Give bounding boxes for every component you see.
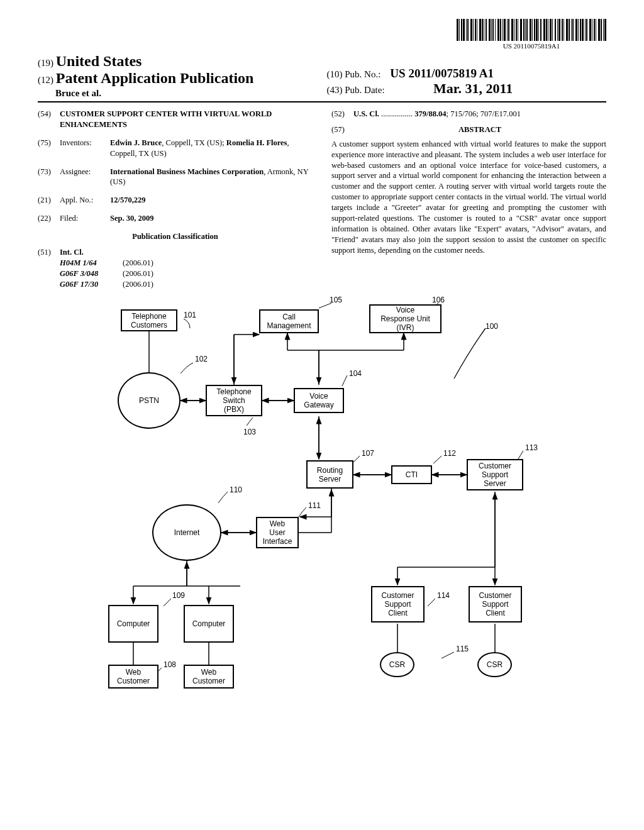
country-name: United States [56,53,142,69]
inventor-2-name: Romelia H. Flores [226,138,287,147]
inventor-1-loc: , Coppell, TX (US); [162,138,224,147]
barcode-bars [457,19,606,41]
field-code-21: (21) [38,195,60,206]
box-web-user-interface: Web User Interface [256,517,299,548]
ellipse-pstn: PSTN [118,372,180,429]
pub-class-header: Publication Classification [38,231,313,242]
ref-107: 107 [362,449,374,458]
intcl-1: H04M 1/64 [60,258,123,268]
intcl-3-year: (2006.01) [123,279,153,290]
intcl-label: Int. Cl. [60,248,84,257]
uscl-dots: ................ [379,109,414,118]
ref-104: 104 [349,369,362,378]
barcode-text: US 20110075819A1 [457,42,606,50]
box-ivr: Voice Response Unit (IVR) [369,304,441,333]
field-code-12: (12) [38,75,53,85]
ref-101: 101 [184,311,196,319]
uscl-rest: ; 715/706; 707/E17.001 [447,109,521,118]
box-pbx: Telephone Switch (PBX) [206,385,262,416]
ref-108: 108 [164,660,176,669]
intcl-1-year: (2006.01) [123,258,153,268]
pub-no-value: US 2011/0075819 A1 [390,67,494,80]
ref-106: 106 [432,296,445,304]
uscl-main: 379/88.04 [414,109,446,118]
figure-1-diagram: Telephone Customers Call Management Voic… [83,303,561,731]
pub-no-label: Pub. No.: [345,69,380,79]
field-code-52: (52) [331,109,353,119]
box-voice-gateway: Voice Gateway [294,388,344,413]
box-computer-1: Computer [108,605,158,643]
field-code-43: (43) [327,85,343,95]
field-code-10: (10) [327,69,343,79]
box-customer-support-client-1: Customer Support Client [371,586,425,622]
assignee-value: International Business Machines Corporat… [110,167,313,188]
field-code-54: (54) [38,109,60,130]
assignee-name: International Business Machines Corporat… [110,167,264,176]
field-code-57: (57) [331,124,353,139]
box-web-customer-2: Web Customer [184,665,234,689]
intcl-2: G06F 3/048 [60,268,123,279]
abstract-header: ABSTRACT [353,124,606,135]
inventors-label: Inventors: [60,138,110,159]
assignee-label: Assignee: [60,167,110,188]
ref-103: 103 [243,428,256,436]
ref-109: 109 [172,591,185,600]
ref-112: 112 [443,449,456,458]
pub-date-value: Mar. 31, 2011 [433,80,513,96]
box-call-management: Call Management [259,309,319,333]
uscl-label: U.S. Cl. [353,109,379,118]
abstract-text: A customer support system enhanced with … [331,139,606,256]
intcl-2-year: (2006.01) [123,268,153,279]
ref-105: 105 [330,296,342,304]
document-type: Patent Application Publication [56,70,254,86]
box-customer-support-server: Customer Support Server [467,459,523,490]
appl-no-label: Appl. No.: [60,195,110,206]
field-code-22: (22) [38,213,60,224]
barcode-section: US 20110075819A1 [38,19,606,50]
ref-111: 111 [308,501,321,510]
box-customer-support-client-2: Customer Support Client [469,586,522,622]
ref-115: 115 [456,645,469,653]
inventor-1-name: Edwin J. Bruce [110,138,162,147]
author-line: Bruce et al. [38,88,318,99]
box-telephone-customers: Telephone Customers [121,309,177,331]
field-code-75: (75) [38,138,60,159]
document-header: (19) United States (12) Patent Applicati… [38,53,606,102]
uscl-value: U.S. Cl. ................ 379/88.04; 715… [353,109,606,119]
inventors-value: Edwin J. Bruce, Coppell, TX (US); Romeli… [110,138,313,159]
invention-title: CUSTOMER SUPPORT CENTER WITH VIRTUAL WOR… [60,109,313,130]
pub-date-label: Pub. Date: [345,85,384,95]
ellipse-internet: Internet [152,504,221,561]
ref-113: 113 [525,443,538,452]
box-computer-2: Computer [184,605,234,643]
field-code-51: (51) [38,247,60,290]
field-code-19: (19) [38,58,53,68]
ref-110: 110 [230,485,242,494]
ref-114: 114 [437,591,450,600]
appl-no-value: 12/570,229 [110,196,146,204]
field-code-73: (73) [38,167,60,188]
box-routing-server: Routing Server [306,460,353,489]
filed-value: Sep. 30, 2009 [110,214,153,223]
box-web-customer-1: Web Customer [108,665,158,689]
box-cti: CTI [391,465,432,484]
ellipse-csr-1: CSR [380,652,414,677]
intcl-3: G06F 17/30 [60,279,123,290]
ref-100: 100 [486,322,498,331]
ref-102: 102 [195,355,208,363]
ellipse-csr-2: CSR [477,652,512,677]
filed-label: Filed: [60,213,110,224]
